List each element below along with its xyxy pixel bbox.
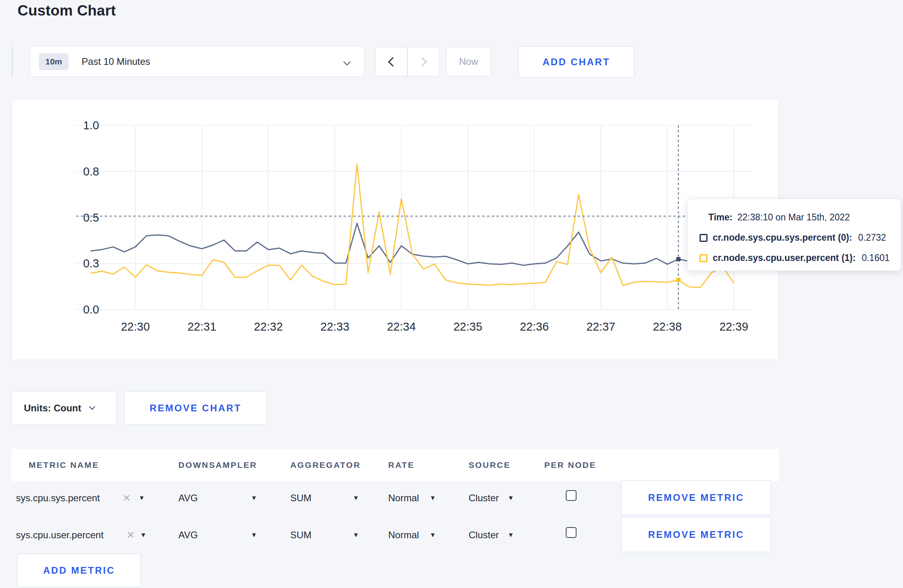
caret-down-icon[interactable]: ▼ xyxy=(251,495,257,502)
x-axis-tick-label: 22:35 xyxy=(453,320,483,333)
x-axis-tick-label: 22:39 xyxy=(719,320,749,333)
chevron-left-icon xyxy=(388,57,397,66)
x-axis-tick-label: 22:37 xyxy=(586,320,616,333)
x-axis-tick-label: 22:30 xyxy=(121,320,150,333)
metrics-table-header: METRIC NAME DOWNSAMPLER AGGREGATOR RATE … xyxy=(12,449,779,481)
y-axis-tick-label: 0.0 xyxy=(83,303,99,316)
caret-down-icon[interactable]: ▼ xyxy=(430,532,436,539)
x-axis-tick-label: 22:33 xyxy=(321,320,350,333)
series-user-swatch-icon xyxy=(700,254,708,262)
tooltip-series-sys-name: cr.node.sys.cpu.sys.percent (0): xyxy=(713,232,852,243)
caret-down-icon[interactable]: ▼ xyxy=(251,532,257,539)
col-metric-name: METRIC NAME xyxy=(29,460,99,470)
x-axis-tick-label: 22:36 xyxy=(520,320,549,333)
metric-name-select[interactable]: sys.cpu.user.percent xyxy=(16,530,104,541)
caret-down-icon[interactable]: ▼ xyxy=(353,532,359,539)
caret-down-icon[interactable]: ▼ xyxy=(508,532,514,539)
aggregator-select[interactable]: SUM xyxy=(290,493,311,504)
add-metric-button[interactable]: ADD METRIC xyxy=(17,554,141,587)
caret-down-icon[interactable]: ▼ xyxy=(140,532,147,539)
x-axis-tick-label: 22:34 xyxy=(387,320,416,333)
units-label: Units: Count xyxy=(24,403,81,414)
add-chart-button[interactable]: ADD CHART xyxy=(518,46,634,78)
caret-down-icon[interactable]: ▼ xyxy=(508,495,514,502)
metric-name-select[interactable]: sys.cpu.sys.percent xyxy=(16,493,100,504)
rate-select[interactable]: Normal xyxy=(388,530,419,541)
chart-card: 0.00.30.50.81.022:3022:3122:3222:3322:34… xyxy=(12,99,779,360)
y-axis-tick-label: 0.8 xyxy=(83,165,99,178)
y-axis-tick-label: 0.5 xyxy=(83,211,99,224)
col-rate: RATE xyxy=(388,460,414,470)
tooltip-time-label: Time: xyxy=(708,212,733,223)
x-axis-tick-label: 22:38 xyxy=(653,320,682,333)
remove-metric-x-icon[interactable]: ✕ xyxy=(127,530,135,541)
remove-metric-button[interactable]: REMOVE METRIC xyxy=(621,517,771,552)
time-range-badge: 10m xyxy=(39,53,68,70)
toolbar-divider xyxy=(12,47,13,77)
y-axis-tick-label: 0.3 xyxy=(83,257,99,270)
rate-select[interactable]: Normal xyxy=(388,493,419,504)
y-axis-tick-label: 1.0 xyxy=(83,119,99,132)
chevron-down-icon xyxy=(89,404,96,410)
source-select[interactable]: Cluster xyxy=(469,493,499,504)
time-range-label: Past 10 Minutes xyxy=(82,56,150,67)
series-line-0 xyxy=(91,223,734,265)
per-node-checkbox[interactable] xyxy=(566,527,577,538)
caret-down-icon[interactable]: ▼ xyxy=(353,495,359,502)
aggregator-select[interactable]: SUM xyxy=(290,530,311,541)
hover-marker-1 xyxy=(676,278,680,282)
downsampler-select[interactable]: AVG xyxy=(178,530,198,541)
x-axis-tick-label: 22:32 xyxy=(254,320,283,333)
page-title: Custom Chart xyxy=(18,2,116,19)
series-sys-swatch-icon xyxy=(700,234,708,242)
custom-chart-page: Custom Chart 10m Past 10 Minutes Now ADD… xyxy=(0,0,903,588)
tooltip-series-user-value: 0.1601 xyxy=(862,253,889,263)
tooltip-series-sys-value: 0.2732 xyxy=(858,232,886,243)
per-node-checkbox[interactable] xyxy=(566,490,577,501)
chevron-down-icon xyxy=(343,58,350,65)
caret-down-icon[interactable]: ▼ xyxy=(139,495,145,502)
units-dropdown[interactable]: Units: Count xyxy=(12,391,116,425)
col-aggregator: AGGREGATOR xyxy=(290,460,361,470)
x-axis-tick-label: 22:31 xyxy=(188,320,217,333)
time-pager xyxy=(375,47,439,76)
time-range-dropdown[interactable]: 10m Past 10 Minutes xyxy=(30,46,364,77)
prev-time-button[interactable] xyxy=(375,47,407,76)
col-source: SOURCE xyxy=(469,460,510,470)
col-per-node: PER NODE xyxy=(544,460,596,470)
timeseries-chart[interactable]: 0.00.30.50.81.022:3022:3122:3222:3322:34… xyxy=(12,99,778,360)
remove-metric-x-icon[interactable]: ✕ xyxy=(123,493,131,504)
source-select[interactable]: Cluster xyxy=(469,530,499,541)
col-downsampler: DOWNSAMPLER xyxy=(178,460,257,470)
chevron-right-icon xyxy=(417,57,427,66)
tooltip-time-value: 22:38:10 on Mar 15th, 2022 xyxy=(737,212,850,223)
tooltip-series-user-name: cr.node.sys.cpu.user.percent (1): xyxy=(713,253,856,263)
remove-chart-button[interactable]: REMOVE CHART xyxy=(124,391,267,425)
next-time-button[interactable] xyxy=(407,47,439,76)
series-line-1 xyxy=(91,164,734,287)
remove-metric-button[interactable]: REMOVE METRIC xyxy=(621,480,771,515)
caret-down-icon[interactable]: ▼ xyxy=(430,495,436,502)
downsampler-select[interactable]: AVG xyxy=(178,493,198,504)
now-button[interactable]: Now xyxy=(446,47,491,76)
chart-tooltip: Time: 22:38:10 on Mar 15th, 2022 cr.node… xyxy=(687,199,901,271)
hover-marker-0 xyxy=(676,257,680,261)
